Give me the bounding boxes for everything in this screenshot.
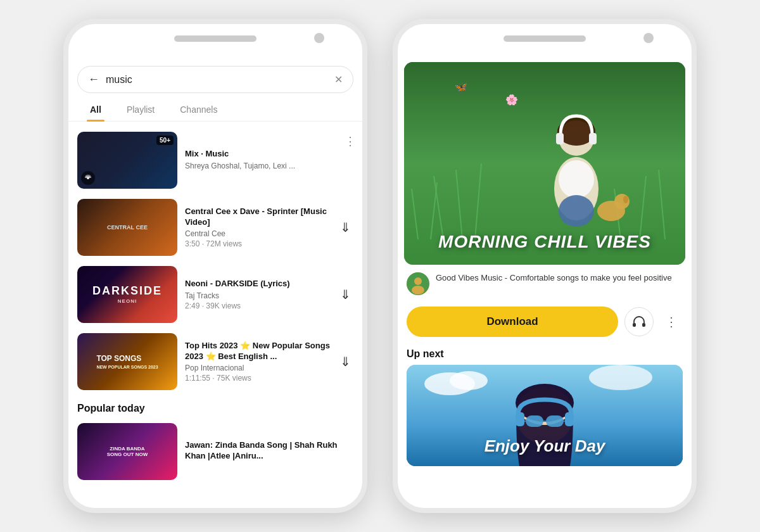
download-icon-tophits[interactable]: ⇓ <box>338 352 353 372</box>
hero-image: 🦋 🌸 Morning Chill Vibes <box>404 62 685 265</box>
badge-50plus: 50+ <box>156 136 174 145</box>
video-list: 50+ Mix · Music Shreya Ghoshal, Tujamo, … <box>68 127 362 508</box>
video-title-mix: Mix · Music <box>185 149 353 160</box>
more-icon-mix[interactable]: ⋮ <box>345 134 356 148</box>
video-info-tophits: Top Hits 2023 ⭐ New Popular Songs 2023 ⭐… <box>185 341 330 383</box>
svg-rect-31 <box>526 415 543 427</box>
svg-point-15 <box>559 160 594 198</box>
download-button[interactable]: Download <box>407 307 618 337</box>
thumb-central-label: CENTRAL CEE <box>104 222 150 233</box>
svg-rect-37 <box>565 412 574 426</box>
video-title-central: Central Cee x Dave - Sprinter [Music Vid… <box>185 206 330 228</box>
channel-avatar <box>407 272 429 295</box>
svg-rect-24 <box>642 323 645 327</box>
butterfly-1: 🦋 <box>455 81 467 93</box>
thumbnail-tophits: TOP SONGS NEW POPULAR SONGS 2023 <box>77 333 177 390</box>
thumbnail-darkside: DARKSIDE NEONI <box>77 266 177 323</box>
svg-rect-13 <box>556 133 564 144</box>
action-row: Download ⋮ <box>398 303 692 343</box>
butterfly-2: 🌸 <box>505 94 518 106</box>
video-info-central: Central Cee x Dave - Sprinter [Music Vid… <box>185 206 330 249</box>
video-meta-tophits: 1:11:55 · 75K views <box>185 374 330 383</box>
download-icon-darkside[interactable]: ⇓ <box>338 284 353 305</box>
video-title-darkside: Neoni - DARKSIDE (Lyrics) <box>185 279 330 289</box>
radio-icon <box>81 171 95 185</box>
hero-background: 🦋 🌸 Morning Chill Vibes <box>404 62 685 265</box>
svg-rect-23 <box>633 323 636 327</box>
svg-rect-14 <box>589 133 597 144</box>
tabs-bar: All Playlist Channels <box>68 99 362 122</box>
video-item-tophits: TOP SONGS NEW POPULAR SONGS 2023 Top Hit… <box>68 328 362 395</box>
video-title-tophits: Top Hits 2023 ⭐ New Popular Songs 2023 ⭐… <box>185 341 330 362</box>
up-next-label: Up next <box>398 343 692 365</box>
svg-rect-36 <box>516 412 524 426</box>
clear-icon[interactable]: ✕ <box>334 73 343 86</box>
svg-point-22 <box>412 286 424 294</box>
tab-channels[interactable]: Channels <box>167 99 230 121</box>
svg-point-0 <box>87 177 89 179</box>
video-item-zinda: ZINDA BANDASONG OUT NOW Jawan: Zinda Ban… <box>68 418 362 485</box>
topsongs-label: TOP SONGS NEW POPULAR SONGS 2023 <box>94 351 160 372</box>
svg-point-27 <box>450 371 488 390</box>
svg-rect-32 <box>546 415 564 427</box>
channel-row: Good Vibes Music - Comfortable songs to … <box>398 265 692 303</box>
svg-point-19 <box>623 196 628 203</box>
search-input[interactable] <box>106 74 328 86</box>
search-bar[interactable]: ← ✕ <box>77 66 353 93</box>
svg-point-16 <box>559 195 594 227</box>
video-channel-mix: Shreya Ghoshal, Tujamo, Lexi ... <box>185 162 353 170</box>
video-item-central: CENTRAL CEE Central Cee x Dave - Sprinte… <box>68 194 362 261</box>
video-channel-darkside: Taj Tracks <box>185 291 330 300</box>
tab-all[interactable]: All <box>77 99 114 121</box>
more-options-button[interactable]: ⋮ <box>660 310 683 333</box>
popular-today-title: Popular today <box>68 395 362 418</box>
enjoy-text: Enjoy Your Day <box>484 436 605 456</box>
zinda-label: ZINDA BANDASONG OUT NOW <box>104 443 150 460</box>
next-thumb-background: Enjoy Your Day <box>407 365 683 466</box>
video-item-mix: 50+ Mix · Music Shreya Ghoshal, Tujamo, … <box>68 127 362 194</box>
headphone-button[interactable] <box>624 307 654 336</box>
svg-point-28 <box>589 365 652 390</box>
up-next-thumbnail[interactable]: Enjoy Your Day <box>407 365 683 466</box>
thumbnail-zinda: ZINDA BANDASONG OUT NOW <box>77 423 177 480</box>
video-meta-central: 3:50 · 72M views <box>185 239 330 248</box>
video-info-zinda: Jawan: Zinda Banda Song | Shah Rukh Khan… <box>185 440 353 464</box>
tab-playlist[interactable]: Playlist <box>114 99 167 121</box>
back-arrow-icon[interactable]: ← <box>88 73 99 86</box>
download-icon-central[interactable]: ⇓ <box>338 217 353 238</box>
left-phone: ← ✕ All Playlist Channels 50+ <box>63 19 367 513</box>
video-info-darkside: Neoni - DARKSIDE (Lyrics) Taj Tracks 2:4… <box>185 279 330 310</box>
hero-title: Morning Chill Vibes <box>438 232 651 252</box>
video-item-darkside: DARKSIDE NEONI Neoni - DARKSIDE (Lyrics)… <box>68 261 362 328</box>
thumbnail-mix: 50+ <box>77 132 177 189</box>
video-meta-darkside: 2:49 · 39K views <box>185 301 330 310</box>
video-channel-tophits: Pop Internacional <box>185 364 330 372</box>
thumbnail-central: CENTRAL CEE <box>77 199 177 256</box>
video-title-zinda: Jawan: Zinda Banda Song | Shah Rukh Khan… <box>185 440 353 462</box>
darkside-label: DARKSIDE NEONI <box>92 285 162 305</box>
right-phone: 🦋 🌸 Morning Chill Vibes Good Vibes Music… <box>393 19 697 513</box>
svg-point-21 <box>414 277 422 285</box>
video-info-mix: Mix · Music Shreya Ghoshal, Tujamo, Lexi… <box>185 149 353 172</box>
channel-description: Good Vibes Music - Comfortable songs to … <box>436 272 683 284</box>
video-channel-central: Central Cee <box>185 229 330 238</box>
